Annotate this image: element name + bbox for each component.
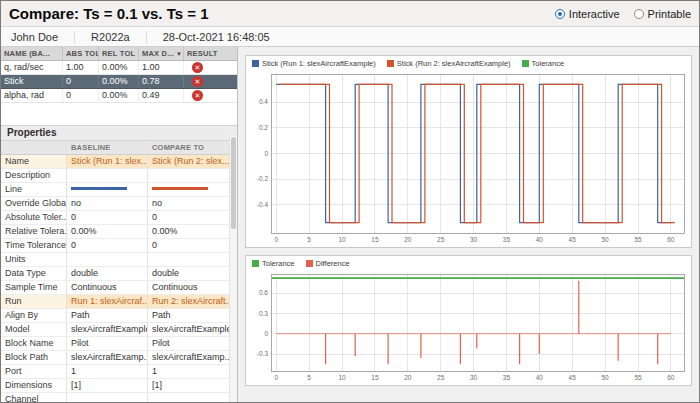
baseline-value: slexAircraftExample [67, 323, 148, 336]
comparison-table-header: NAME (BA...ABS TOLREL TOLMAX D...▼RESULT [1, 47, 237, 61]
column-header-compare-to: COMPARE TO [148, 141, 229, 154]
signal-chart[interactable]: 0510152025303540455055600.40.20-0.2-0.4 [246, 69, 690, 247]
column-header-rel-tol[interactable]: REL TOL [99, 47, 139, 60]
compare-value: Run 2: slexAircraft... [148, 295, 229, 308]
baseline-value [67, 169, 148, 182]
sort-desc-icon: ▼ [176, 51, 182, 57]
abs-tol-cell: 1.00 [63, 61, 99, 74]
baseline-value[interactable]: 0 [67, 211, 148, 224]
property-label: Model [1, 323, 67, 336]
legend-label: Difference [316, 259, 350, 268]
view-mode-interactive[interactable]: Interactive [555, 8, 620, 20]
compare-value[interactable]: no [148, 197, 229, 210]
radio-icon [634, 9, 644, 19]
result-cell: ✕ [184, 75, 237, 88]
report-timestamp: 28-Oct-2021 16:48:05 [146, 31, 286, 43]
properties-scrollbar[interactable] [229, 135, 237, 402]
baseline-line-cell [67, 183, 148, 196]
compare-line-swatch [152, 187, 208, 190]
property-label: Run [1, 295, 67, 308]
baseline-line-swatch [71, 187, 127, 190]
x-tick-label: 55 [634, 236, 642, 243]
baseline-value: 1 [67, 365, 148, 378]
baseline-value[interactable]: no [67, 197, 148, 210]
compare-value [148, 253, 229, 266]
charts-panel: Stick (Run 1: slexAircraftExample)Stick … [238, 47, 699, 402]
properties-grid-header: BASELINECOMPARE TO [1, 141, 229, 155]
user-name: John Doe [11, 31, 74, 43]
x-tick-label: 30 [470, 374, 478, 381]
x-tick-label: 45 [569, 236, 577, 243]
baseline-value: Path [67, 309, 148, 322]
column-header-abs-tol[interactable]: ABS TOL [63, 47, 99, 60]
title-bar: Compare: Ts = 0.1 vs. Ts = 1 Interactive… [1, 1, 699, 27]
sdi-compare-report-window: Compare: Ts = 0.1 vs. Ts = 1 Interactive… [0, 0, 700, 403]
compare-value[interactable]: 0.00% [148, 225, 229, 238]
property-label: Dimensions [1, 379, 67, 392]
baseline-value[interactable]: 0.00% [67, 225, 148, 238]
view-mode-radio-group: InteractivePrintable [541, 8, 691, 20]
max-diff-cell: 0.49 [139, 89, 184, 102]
x-tick-label: 15 [371, 374, 379, 381]
property-label: Name [1, 155, 67, 168]
abs-tol-cell: 0 [63, 89, 99, 102]
legend-label: Tolerance [262, 259, 295, 268]
property-row-data-type: Data Typedoubledouble [1, 267, 229, 281]
x-tick-label: 60 [667, 236, 675, 243]
legend-swatch-icon [252, 260, 259, 267]
property-row-absolute-toler: Absolute Toler...00 [1, 211, 229, 225]
legend-label: Stick (Run 1: slexAircraftExample) [262, 59, 376, 68]
scrollbar-thumb[interactable] [231, 137, 236, 229]
compare-value: Stick (Run 2: slex... [148, 155, 229, 168]
x-tick-label: 10 [338, 236, 346, 243]
legend-label: Stick (Run 2: slexAircraftExample) [397, 59, 511, 68]
x-tick-label: 20 [404, 236, 412, 243]
x-tick-label: 50 [601, 236, 609, 243]
y-tick-label: 0.2 [259, 124, 268, 131]
fail-icon: ✕ [192, 90, 203, 101]
property-row-sample-time: Sample TimeContinuousContinuous [1, 281, 229, 295]
result-cell: ✕ [184, 89, 237, 102]
compare-value[interactable]: 0 [148, 211, 229, 224]
legend-item-stick-run-2-slexaircraftexample: Stick (Run 2: slexAircraftExample) [387, 59, 511, 68]
difference-chart-legend: ToleranceDifference [246, 256, 691, 269]
legend-item-tolerance: Tolerance [522, 59, 565, 68]
legend-label: Tolerance [532, 59, 565, 68]
y-tick-label: -0.2 [257, 175, 269, 182]
signal-row-q-rad-sec[interactable]: q, rad/sec1.000.00%1.00✕ [1, 61, 237, 75]
property-label: Relative Tolera... [1, 225, 67, 238]
y-tick-label: 0.4 [259, 98, 268, 105]
baseline-value[interactable]: 0 [67, 239, 148, 252]
x-tick-label: 35 [503, 374, 511, 381]
y-tick-label: 0 [264, 330, 268, 337]
fail-icon: ✕ [192, 76, 203, 87]
column-header-max-d[interactable]: MAX D...▼ [139, 47, 184, 60]
column-header-name-ba[interactable]: NAME (BA... [1, 47, 63, 60]
legend-swatch-icon [306, 260, 313, 267]
baseline-value: Continuous [67, 281, 148, 294]
x-tick-label: 60 [667, 374, 675, 381]
fail-icon: ✕ [192, 62, 203, 73]
property-label: Block Path [1, 351, 67, 364]
property-row-block-path: Block PathslexAircraftExamp...slexAircra… [1, 351, 229, 365]
signal-chart-legend: Stick (Run 1: slexAircraftExample)Stick … [246, 56, 691, 69]
compare-value [148, 393, 229, 402]
property-row-dimensions: Dimensions[1][1] [1, 379, 229, 393]
compare-value[interactable]: 0 [148, 239, 229, 252]
column-header-result[interactable]: RESULT [184, 47, 237, 60]
property-row-run: RunRun 1: slexAircraf...Run 2: slexAircr… [1, 295, 229, 309]
compare-value: slexAircraftExample [148, 323, 229, 336]
signal-row-stick[interactable]: Stick00.00%0.78✕ [1, 75, 237, 89]
column-header-label: ABS TOL [66, 49, 99, 58]
x-tick-label: 45 [569, 374, 577, 381]
difference-chart[interactable]: 0510152025303540455055600.60.30-0.3 [246, 269, 690, 385]
y-tick-label: -0.4 [257, 201, 269, 208]
compare-value: 1 [148, 365, 229, 378]
radio-icon [555, 9, 565, 19]
view-mode-printable[interactable]: Printable [634, 8, 691, 20]
property-row-time-tolerance: Time Tolerance00 [1, 239, 229, 253]
column-header-label: MAX D... [142, 49, 174, 58]
properties-section-header: Properties [1, 125, 237, 141]
property-row-description: Description [1, 169, 229, 183]
signal-row-alpha-rad[interactable]: alpha, rad00.00%0.49✕ [1, 89, 237, 103]
